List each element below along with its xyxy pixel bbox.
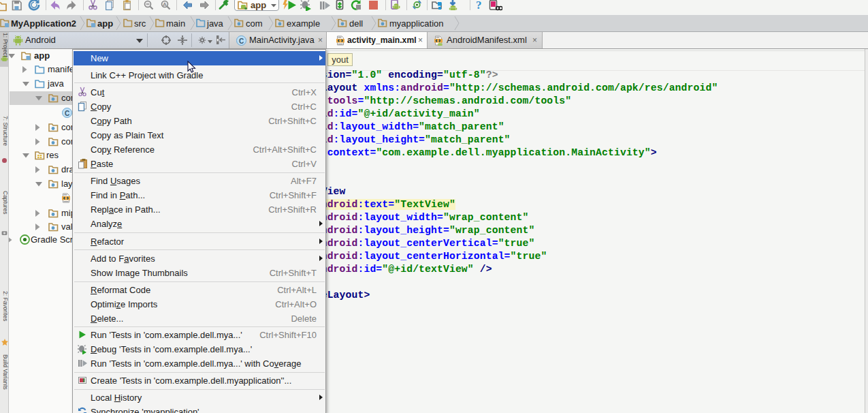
svg-text:A: A [163,1,167,7]
svg-text:C: C [239,37,244,45]
svg-text:C: C [65,110,69,117]
